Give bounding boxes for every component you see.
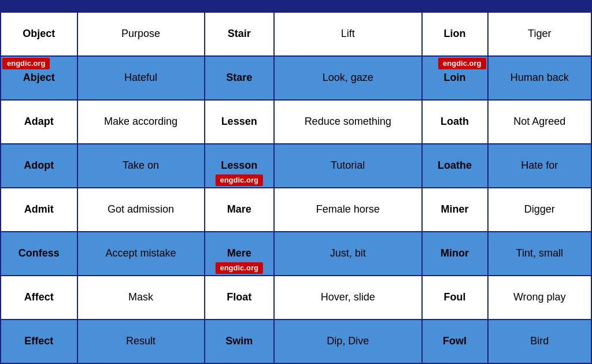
table-cell: Mask (77, 276, 205, 320)
table-cell: Bird (488, 320, 592, 363)
page-title (0, 0, 592, 12)
table-cell: Swim (205, 320, 274, 363)
table-row: AffectMaskFloatHover, slideFoulWrong pla… (1, 276, 591, 320)
table-cell: Adapt (1, 100, 77, 144)
table-cell: Digger (488, 188, 592, 232)
table-cell: Abjectengdic.org (1, 56, 77, 100)
table-cell: Result (77, 320, 205, 363)
table-cell: Take on (77, 144, 205, 188)
table-cell: Human back (488, 56, 592, 100)
table-cell: Lessonengdic.org (205, 144, 274, 188)
table-cell: Miner (422, 188, 488, 232)
table-cell: Hate for (488, 144, 592, 188)
table-cell: Look, gaze (274, 56, 422, 100)
table-cell: Female horse (274, 188, 422, 232)
table-cell: Reduce something (274, 100, 422, 144)
table-cell: Not Agreed (488, 100, 592, 144)
table-cell: Fowl (422, 320, 488, 363)
table-cell: Effect (1, 320, 77, 363)
table-cell: Dip, Dive (274, 320, 422, 363)
table-row: ObjectPurposeStairLiftLionTiger (1, 12, 591, 56)
table-cell: Accept mistake (77, 232, 205, 276)
words-table: ObjectPurposeStairLiftLionTigerAbjecteng… (0, 12, 592, 364)
engdic-badge: engdic.org (2, 58, 50, 69)
table-row: AdoptTake onLessonengdic.orgTutorialLoat… (1, 144, 591, 188)
table-cell: Wrong play (488, 276, 592, 320)
table-cell: Lessen (205, 100, 274, 144)
table-cell: Stair (205, 12, 274, 56)
engdic-badge: engdic.org (215, 174, 262, 186)
table-cell: Loath (422, 100, 488, 144)
table-cell: Lift (274, 12, 422, 56)
table-row: EffectResultSwimDip, DiveFowlBird (1, 320, 591, 363)
table-cell: Make according (77, 100, 205, 144)
table-cell: Loathe (422, 144, 488, 188)
table-cell: Minor (422, 232, 488, 276)
table-cell: Foul (422, 276, 488, 320)
table-cell: Got admission (77, 188, 205, 232)
table-cell: Tutorial (274, 144, 422, 188)
page-wrapper: ObjectPurposeStairLiftLionTigerAbjecteng… (0, 0, 592, 364)
table-cell: Lion (422, 12, 488, 56)
engdic-badge: engdic.org (438, 58, 486, 69)
table-cell: Stare (205, 56, 274, 100)
table-cell: Object (1, 12, 77, 56)
table-cell: Admit (1, 188, 77, 232)
table-cell: Confess (1, 232, 77, 276)
table-cell: Hateful (77, 56, 205, 100)
table-cell: Loinengdic.org (422, 56, 488, 100)
table-row: AdmitGot admissionMareFemale horseMinerD… (1, 188, 591, 232)
table-cell: Adopt (1, 144, 77, 188)
table-cell: Mereengdic.org (205, 232, 274, 276)
table-cell: Affect (1, 276, 77, 320)
table-container: ObjectPurposeStairLiftLionTigerAbjecteng… (0, 12, 592, 364)
engdic-badge: engdic.org (215, 262, 262, 274)
table-cell: Float (205, 276, 274, 320)
table-cell: Purpose (77, 12, 205, 56)
table-row: AdaptMake accordingLessenReduce somethin… (1, 100, 591, 144)
table-cell: Just, bit (274, 232, 422, 276)
table-cell: Mare (205, 188, 274, 232)
table-cell: Hover, slide (274, 276, 422, 320)
table-row: ConfessAccept mistakeMereengdic.orgJust,… (1, 232, 591, 276)
table-row: Abjectengdic.orgHatefulStareLook, gazeLo… (1, 56, 591, 100)
table-cell: Tiger (488, 12, 592, 56)
table-cell: Tint, small (488, 232, 592, 276)
